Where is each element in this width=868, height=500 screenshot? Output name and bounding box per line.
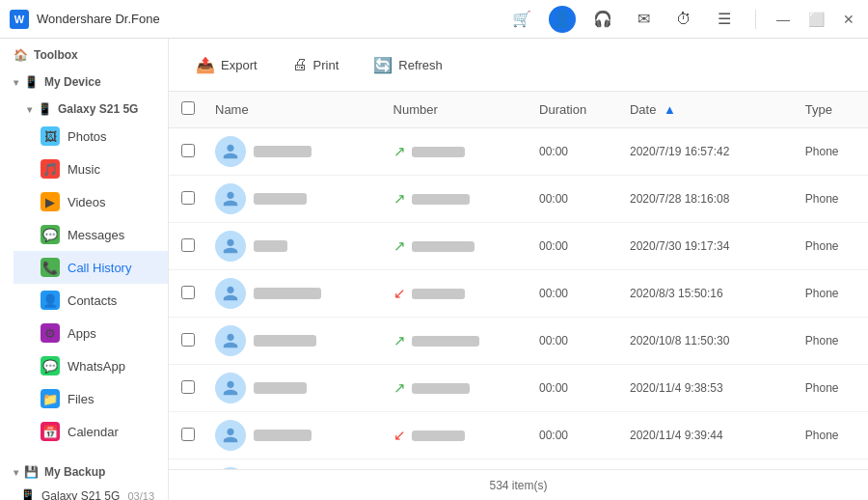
avatar-2 [215,231,246,262]
row-duration-4: 00:00 [531,318,622,365]
call-direction-icon-6: ↙ [393,427,406,444]
phone-number-2 [412,241,475,252]
call-direction-icon-5: ↗ [393,379,406,397]
row-name-6 [207,412,386,459]
contact-name-3 [254,288,321,299]
device-name-header[interactable]: ▾ 📱 Galaxy S21 5G [14,93,168,120]
whatsapp-icon: 💬 [41,356,60,375]
sidebar-toolbox-header[interactable]: 🏠 Toolbox [0,39,168,66]
header-name: Name [207,92,386,128]
row-type-7: Phone [798,459,868,470]
titlebar-actions: 🛒 👤 🎧 ✉ ⏱ ☰ — ⬜ ✕ [508,6,858,33]
row-duration-5: 00:00 [531,365,622,412]
apps-label: Apps [68,326,96,341]
table-row[interactable]: ↗ 00:00 2020/7/30 19:17:34 Phone [169,223,868,270]
select-all-checkbox[interactable] [181,101,195,115]
row-checkbox-4[interactable] [181,333,195,347]
sidebar-item-videos[interactable]: ▶ Videos [14,185,168,218]
row-check-5[interactable] [169,365,207,412]
mybackup-label: My Backup [44,465,105,479]
row-check-1[interactable] [169,176,207,223]
export-label: Export [221,58,258,72]
row-number-2: ↗ [386,223,531,270]
user-icon[interactable]: 👤 [549,6,576,33]
header-date[interactable]: Date ▲ [622,92,798,128]
sidebar-item-files[interactable]: 📁 Files [14,382,168,415]
sidebar-item-whatsapp[interactable]: 💬 WhatsApp [14,349,168,382]
app-title: Wondershare Dr.Fone [37,12,508,26]
row-number-5: ↗ [386,365,531,412]
row-checkbox-3[interactable] [181,286,195,299]
device-icon: 📱 [38,102,52,116]
avatar-1 [215,183,246,214]
row-checkbox-1[interactable] [181,191,195,205]
row-checkbox-6[interactable] [181,428,195,441]
sidebar-item-contacts[interactable]: 👤 Contacts [14,284,168,317]
status-bar: 534 item(s) [169,469,868,500]
row-type-2: Phone [798,223,868,270]
row-check-6[interactable] [169,412,207,459]
row-date-6: 2020/11/4 9:39:44 [622,412,798,459]
table-row[interactable]: ↗ 00:00 2020/10/8 11:50:30 Phone [169,318,868,365]
sidebar-item-photos[interactable]: 🖼 Photos [14,120,168,153]
restore-button[interactable]: ⬜ [806,10,826,29]
headset-icon[interactable]: 🎧 [589,6,616,33]
mydevice-icon: 📱 [24,75,39,89]
row-check-7[interactable] [169,459,207,470]
cart-icon[interactable]: 🛒 [508,6,535,33]
table-row[interactable]: ↗ 00:00 2020/7/19 16:57:42 Phone [169,128,868,176]
contact-name-0 [254,146,312,157]
apps-icon: ⚙ [41,323,60,343]
sidebar-mybackup-header[interactable]: ▾ 💾 My Backup [0,456,168,483]
print-button[interactable]: 🖨 Print [285,51,347,78]
row-check-2[interactable] [169,223,207,270]
backup-item-0[interactable]: 📱 Galaxy S21 5G 03/13 [0,483,168,500]
row-duration-3: 00:00 [531,270,622,318]
phone-number-1 [412,194,470,205]
main-layout: 🏠 Toolbox ▾ 📱 My Device ▾ 📱 Galaxy S21 5… [0,39,868,500]
sidebar-item-music[interactable]: 🎵 Music [14,153,168,185]
refresh-button[interactable]: 🔄 Refresh [366,51,450,79]
table-row[interactable]: ↗ 00:00 2020/11/4 9:38:53 Phone [169,365,868,412]
sidebar-item-callhistory[interactable]: 📞 Call History [14,251,168,284]
table-row[interactable]: ↙ 00:00 2020/8/3 15:50:16 Phone [169,270,868,318]
print-label: Print [313,58,339,72]
table-row[interactable]: ↙ 00:00 2020/11/4 9:39:44 Phone [169,412,868,459]
minimize-button[interactable]: — [773,10,793,29]
export-button[interactable]: 📤 Export [188,51,265,79]
row-checkbox-2[interactable] [181,238,195,252]
mail-icon[interactable]: ✉ [630,6,657,33]
contact-name-1 [254,193,307,205]
sidebar-item-calendar[interactable]: 📅 Calendar [14,415,168,448]
row-number-1: ↗ [386,176,531,223]
sidebar-mydevice-header[interactable]: ▾ 📱 My Device [0,66,168,93]
row-duration-7: 00:00 [531,459,622,470]
toolbox-label: Toolbox [34,48,78,62]
table-row[interactable]: ↗ 00:00 2020/11/24 10:59:31 Phone [169,459,868,470]
row-duration-0: 00:00 [531,128,622,176]
table-row[interactable]: ↗ 00:00 2020/7/28 18:16:08 Phone [169,176,868,223]
call-direction-icon-3: ↙ [393,285,406,302]
toolbar: 📤 Export 🖨 Print 🔄 Refresh [169,39,868,92]
close-button[interactable]: ✕ [839,10,858,29]
phone-number-5 [412,383,470,394]
messages-icon: 💬 [41,225,60,244]
call-direction-icon-2: ↗ [393,237,406,255]
row-duration-1: 00:00 [531,176,622,223]
row-name-2 [207,223,386,270]
history-icon[interactable]: ⏱ [670,6,697,33]
row-checkbox-5[interactable] [181,380,195,394]
row-check-3[interactable] [169,270,207,318]
music-icon: 🎵 [41,159,60,179]
sidebar: 🏠 Toolbox ▾ 📱 My Device ▾ 📱 Galaxy S21 5… [0,39,169,500]
photos-label: Photos [68,129,106,144]
sidebar-item-messages[interactable]: 💬 Messages [14,218,168,251]
row-check-4[interactable] [169,318,207,365]
menu-icon[interactable]: ☰ [711,6,738,33]
row-checkbox-0[interactable] [181,144,195,157]
videos-label: Videos [68,195,106,209]
row-duration-2: 00:00 [531,223,622,270]
row-check-0[interactable] [169,128,207,176]
sidebar-item-apps[interactable]: ⚙ Apps [14,317,168,349]
header-check[interactable] [169,92,207,128]
